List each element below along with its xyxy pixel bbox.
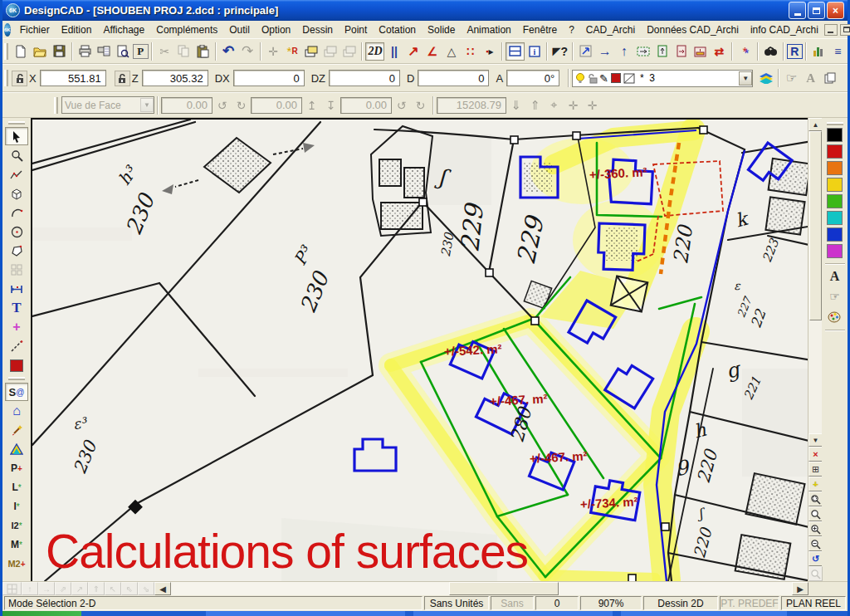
lock-x-button[interactable] bbox=[12, 71, 27, 86]
view-distance-input[interactable]: 15208.79 bbox=[437, 97, 506, 114]
selection-handles-button[interactable]: ∷ bbox=[461, 42, 480, 61]
intersect-i2-tool-button[interactable]: I2* bbox=[5, 516, 28, 535]
angle-input[interactable]: 0° bbox=[506, 70, 559, 86]
lock-z-button[interactable] bbox=[115, 71, 130, 86]
coordbar-grip[interactable] bbox=[4, 70, 8, 86]
scroll-down-button[interactable]: ▼ bbox=[808, 433, 823, 447]
crosshair-toggle-button[interactable]: + bbox=[808, 477, 823, 491]
regenerate-button[interactable]: *R bbox=[283, 42, 302, 61]
start-button-edge[interactable] bbox=[2, 611, 81, 616]
menu-item-15[interactable]: info CAD_Archi bbox=[745, 22, 824, 37]
color-swatch-5[interactable] bbox=[827, 211, 843, 225]
move-point-button[interactable]: ✛ bbox=[264, 42, 283, 61]
dimension-tool-button[interactable] bbox=[5, 280, 28, 298]
color-swatch-6[interactable] bbox=[827, 227, 843, 242]
pan-southeast-button[interactable]: ⇘ bbox=[138, 582, 154, 595]
rotate-z-pos-button[interactable]: ↻ bbox=[411, 96, 430, 115]
menu-item-12[interactable]: ? bbox=[563, 22, 580, 37]
render-settings-button[interactable]: * bbox=[735, 42, 755, 61]
midpoint-m-tool-button[interactable]: M* bbox=[5, 535, 28, 554]
color-swatch-3[interactable] bbox=[827, 178, 843, 192]
print-button[interactable] bbox=[76, 42, 95, 61]
mode-2d-button[interactable]: 2D bbox=[365, 42, 384, 61]
grid-toggle-button[interactable]: ⊞ bbox=[808, 462, 823, 477]
color-swatch-1[interactable] bbox=[827, 144, 843, 159]
layer-combo[interactable]: ✎ * 3 ▼ bbox=[572, 70, 753, 87]
vertex-edit-button[interactable]: △ bbox=[442, 42, 461, 61]
pan-up-double-button[interactable]: ⇑ bbox=[88, 582, 105, 595]
grid-snap-button[interactable] bbox=[2, 582, 22, 595]
zoom-previous-button[interactable] bbox=[808, 506, 823, 521]
circle-tool-button[interactable] bbox=[5, 222, 28, 241]
current-color-swatch[interactable] bbox=[5, 356, 28, 374]
scroll-up-button[interactable]: ▲ bbox=[808, 118, 823, 131]
axes-button[interactable]: ↗ bbox=[403, 42, 423, 61]
menu-item-13[interactable]: CAD_Archi bbox=[580, 22, 641, 37]
rotation-x-input[interactable]: 0.00 bbox=[161, 97, 212, 114]
rotate-x-neg-button[interactable]: ↺ bbox=[212, 96, 232, 115]
rotation-z-input[interactable]: 0.00 bbox=[340, 97, 392, 114]
pan-north-button[interactable]: ↑ bbox=[22, 582, 38, 595]
color-palette-button[interactable] bbox=[825, 307, 845, 325]
menu-item-9[interactable]: Solide bbox=[422, 22, 461, 37]
intersect-i-tool-button[interactable]: I* bbox=[5, 497, 28, 516]
close-button[interactable]: × bbox=[827, 2, 844, 19]
minimize-button[interactable] bbox=[789, 2, 806, 19]
paste-button[interactable] bbox=[193, 42, 212, 61]
open-file-button[interactable] bbox=[31, 42, 50, 61]
rotate-y-up-button[interactable]: ↥ bbox=[302, 96, 321, 115]
text-attributes-button[interactable]: A bbox=[801, 69, 820, 87]
list-view-button[interactable]: ≡ bbox=[828, 42, 848, 61]
redo-button[interactable]: ↷ bbox=[238, 42, 257, 61]
box-3d-tool-button[interactable] bbox=[5, 184, 28, 203]
zoom-out-button[interactable] bbox=[808, 536, 823, 551]
view-center-button[interactable]: ✛ bbox=[564, 96, 583, 115]
text-tool-button[interactable]: T bbox=[5, 299, 28, 317]
select-tool-button[interactable] bbox=[5, 127, 28, 145]
line-l-tool-button[interactable]: L* bbox=[5, 478, 28, 496]
zoom-window-button[interactable] bbox=[808, 491, 823, 506]
rotation-y-input[interactable]: 0.00 bbox=[251, 97, 302, 114]
hand-select-button[interactable]: ☞ bbox=[782, 69, 801, 87]
rotate-z-neg-button[interactable]: ↺ bbox=[392, 96, 411, 115]
menu-item-1[interactable]: Edition bbox=[56, 22, 98, 37]
x-coordinate-input[interactable]: 551.81 bbox=[40, 70, 106, 86]
selection-spiral-tool-button[interactable]: S@ bbox=[5, 383, 28, 401]
split-window-button[interactable] bbox=[506, 42, 525, 61]
right-palette-grip[interactable] bbox=[827, 122, 843, 125]
rotate-y-down-button[interactable]: ↧ bbox=[321, 96, 340, 115]
view-select[interactable]: Vue de Face ▼ bbox=[61, 96, 154, 114]
view-dropdown-arrow[interactable]: ▼ bbox=[140, 98, 154, 112]
menu-item-10[interactable]: Animation bbox=[461, 22, 516, 37]
angle-snap-button[interactable]: ∠ bbox=[423, 42, 442, 61]
color-swatch-2[interactable] bbox=[827, 161, 843, 175]
vscroll-track[interactable] bbox=[808, 320, 822, 433]
pan-northwest-button[interactable]: ↖ bbox=[105, 582, 121, 595]
layer-dropdown-arrow[interactable]: ▼ bbox=[739, 71, 752, 86]
hand-pointer-button[interactable]: ☞ bbox=[825, 287, 845, 306]
dimension-arrows-button[interactable]: ⇄ bbox=[710, 42, 729, 61]
column-chart-button[interactable] bbox=[809, 42, 828, 61]
mdi-minimize-button[interactable] bbox=[824, 24, 838, 36]
windows-taskbar[interactable] bbox=[2, 611, 848, 616]
page-preview-button[interactable] bbox=[114, 42, 133, 61]
zoom-redo-button[interactable] bbox=[808, 566, 823, 581]
dz-input[interactable]: 0 bbox=[329, 70, 400, 86]
menu-item-8[interactable]: Cotation bbox=[373, 22, 422, 37]
menu-item-4[interactable]: Outil bbox=[223, 22, 256, 37]
text-style-button[interactable]: A bbox=[825, 267, 845, 286]
redraw-button[interactable]: R bbox=[787, 44, 803, 59]
menu-item-3[interactable]: Compléments bbox=[150, 22, 223, 37]
menu-item-2[interactable]: Affichage bbox=[97, 22, 150, 37]
search-binoculars-button[interactable] bbox=[761, 42, 780, 61]
d-input[interactable]: 0 bbox=[418, 70, 489, 86]
hscroll-right-button[interactable]: ▶ bbox=[792, 582, 808, 595]
menu-item-11[interactable]: Fenêtre bbox=[517, 22, 563, 37]
copy-button[interactable] bbox=[174, 42, 193, 61]
layer-pages-3-button[interactable] bbox=[340, 42, 359, 61]
view-farther-button[interactable]: ⇑ bbox=[525, 96, 545, 115]
toolbar-grip[interactable] bbox=[4, 43, 8, 60]
pan-northwest-double-button[interactable]: ⇖ bbox=[121, 582, 138, 595]
info-button[interactable]: i bbox=[525, 42, 544, 61]
left-palette-grip-2[interactable] bbox=[8, 377, 25, 380]
